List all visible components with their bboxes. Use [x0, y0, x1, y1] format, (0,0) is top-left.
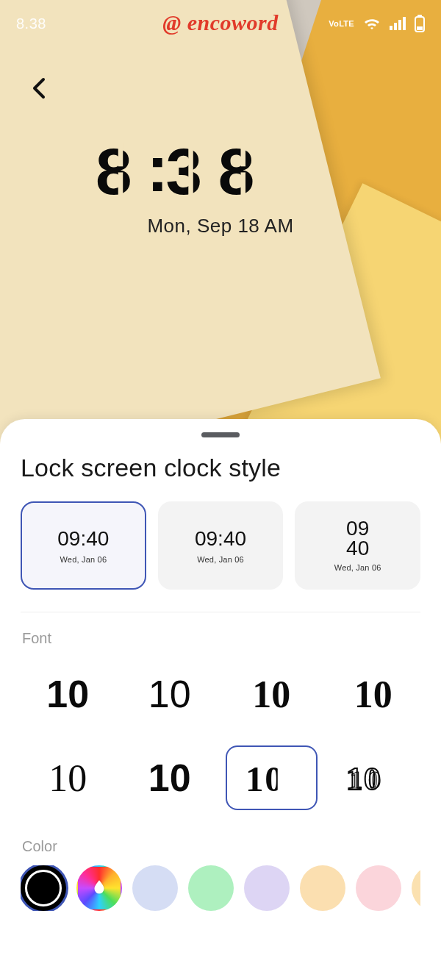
clock-style-option-1[interactable]: 09:40 Wed, Jan 06	[21, 501, 146, 590]
svg-text:8: 8	[218, 135, 255, 208]
style-time: 0940	[346, 519, 369, 558]
color-swatch-blue[interactable]	[132, 865, 178, 911]
svg-text:3: 3	[166, 135, 203, 208]
font-option-serif-light[interactable]: 10	[22, 745, 114, 810]
svg-text:0: 0	[368, 765, 381, 793]
preview-time: 8 : 3 8	[0, 132, 441, 212]
svg-rect-18	[278, 762, 282, 793]
font-option-sans-black[interactable]: 10	[22, 662, 114, 726]
watermark-text: @ encoword	[0, 10, 441, 35]
font-option-stencil[interactable]: 10	[226, 745, 318, 810]
settings-sheet: Lock screen clock style 09:40 Wed, Jan 0…	[0, 419, 441, 980]
clock-style-options: 09:40 Wed, Jan 06 09:40 Wed, Jan 06 0940…	[21, 501, 420, 590]
font-section-label: Font	[22, 630, 420, 647]
font-option-slab-bold[interactable]: 10	[226, 662, 318, 726]
font-option-sans-light[interactable]: 10	[124, 662, 216, 726]
font-option-rounded-bold[interactable]: 10	[124, 745, 216, 810]
color-swatch-orange[interactable]	[300, 865, 345, 911]
style-date: Wed, Jan 06	[334, 563, 381, 572]
svg-rect-14	[241, 143, 245, 166]
svg-text:8: 8	[96, 135, 132, 208]
screen: 8.38 VoLTE @ encoword 8 : 3 8	[0, 0, 441, 980]
color-section-label: Color	[22, 838, 420, 855]
clock-style-option-2[interactable]: 09:40 Wed, Jan 06	[158, 501, 284, 590]
svg-text:1: 1	[350, 765, 362, 793]
svg-text:1: 1	[245, 760, 265, 796]
font-option-didone[interactable]: 10	[328, 662, 420, 726]
style-date: Wed, Jan 06	[60, 555, 107, 564]
color-swatch-amber[interactable]	[412, 865, 420, 911]
color-swatch-purple[interactable]	[244, 865, 290, 911]
style-date: Wed, Jan 06	[197, 555, 244, 564]
eyedropper-icon	[90, 879, 109, 898]
font-option-outline[interactable]: 1010	[328, 745, 420, 810]
color-swatch-custom[interactable]	[76, 865, 122, 911]
svg-rect-11	[118, 143, 123, 166]
color-swatch-green[interactable]	[188, 865, 234, 911]
svg-rect-15	[241, 172, 245, 197]
svg-rect-13	[188, 143, 193, 197]
color-swatch-pink[interactable]	[356, 865, 401, 911]
color-options[interactable]	[21, 865, 420, 911]
svg-rect-12	[118, 172, 123, 197]
preview-date: Mon, Sep 18 AM	[0, 215, 441, 237]
lockscreen-clock-preview: 8 : 3 8 Mon, Sep 18 AM	[0, 132, 441, 237]
color-swatch-black[interactable]	[21, 865, 66, 911]
back-button[interactable]	[22, 71, 57, 106]
chevron-left-icon	[29, 77, 51, 99]
clock-style-option-3[interactable]: 0940 Wed, Jan 06	[295, 501, 420, 590]
sheet-grabber[interactable]	[201, 432, 240, 437]
style-time: 09:40	[195, 527, 246, 551]
sheet-title: Lock screen clock style	[21, 454, 420, 482]
divider	[21, 612, 420, 612]
style-time: 09:40	[57, 527, 109, 551]
font-options: 10 10 10 10 10 10 10 1010	[21, 657, 420, 816]
